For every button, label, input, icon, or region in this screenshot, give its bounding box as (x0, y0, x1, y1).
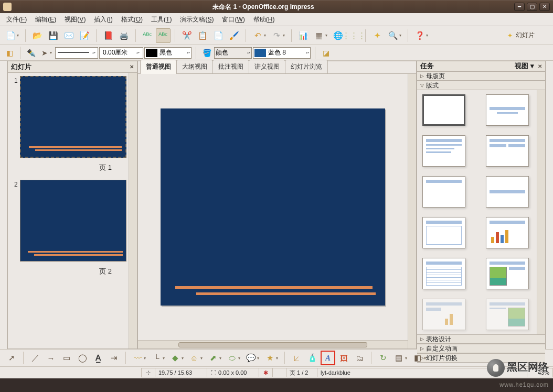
slide-thumb-1[interactable] (20, 76, 126, 158)
slides-panel-close[interactable]: ✕ (130, 64, 134, 70)
menu-window[interactable]: 窗口(W) (218, 14, 249, 26)
layout-chart-text[interactable] (422, 299, 465, 330)
status-zoom[interactable]: 43% (527, 368, 553, 377)
from-file-tool[interactable]: 🖼 (336, 351, 351, 365)
points-tool[interactable]: ⟀ (289, 351, 304, 365)
vertical-scrollbar[interactable] (408, 74, 416, 349)
chart-button[interactable]: 📊 (296, 28, 311, 43)
slides-list[interactable]: 1 页 1 2 页 2 (8, 73, 129, 349)
slide-canvas[interactable] (138, 74, 408, 340)
layout-clip[interactable] (486, 258, 529, 289)
redo-button[interactable]: ↷ (269, 28, 284, 43)
line-color-select[interactable]: 黑色 ▴▾ (144, 47, 192, 59)
menu-help[interactable]: 帮助(H) (249, 14, 279, 26)
arrange-tool2[interactable]: ◧ (410, 351, 425, 365)
print-button[interactable]: 🖨️ (116, 28, 131, 43)
layout-object[interactable] (422, 217, 465, 248)
menu-insert[interactable]: 插入(I) (90, 14, 116, 26)
section-master[interactable]: ▷母版页 (417, 71, 545, 81)
view-tab-notes[interactable]: 批注视图 (212, 60, 249, 73)
menu-edit[interactable]: 编辑(E) (31, 14, 60, 26)
slide-current[interactable] (161, 108, 385, 306)
status-master[interactable]: lyt-darkblue (317, 368, 527, 377)
new-doc-button[interactable]: 📄 (3, 28, 18, 43)
horizontal-scrollbar[interactable] (138, 340, 408, 349)
rectangle-tool[interactable]: ▭ (59, 351, 74, 365)
export-html-button[interactable]: 📝 (77, 28, 92, 43)
arrow-style-button[interactable]: ➤ (38, 47, 51, 59)
copy-button[interactable]: 📋 (195, 28, 210, 43)
close-button[interactable]: ✕ (539, 3, 550, 11)
menu-slideshow[interactable]: 演示文稿(S) (176, 14, 218, 26)
gallery-tool[interactable]: 🗂 (352, 351, 367, 365)
effects-button[interactable]: ✦ (370, 28, 385, 43)
callout-tool[interactable]: 💬 (243, 351, 258, 365)
minimize-button[interactable]: ━ (514, 3, 525, 11)
open-button[interactable]: 📂 (30, 28, 45, 43)
view-tab-sorter[interactable]: 幻灯片浏览 (285, 60, 328, 73)
task-view-dropdown[interactable]: 视图 ▾ (515, 62, 534, 70)
vtext-tool[interactable]: ⇥ (107, 351, 121, 365)
task-panel-close[interactable]: ✕ (538, 63, 542, 69)
text-tool[interactable]: A̲ (91, 351, 105, 365)
flowchart-tool[interactable]: ⬭ (225, 351, 239, 365)
slide-entry-2[interactable]: 2 (14, 180, 126, 262)
section-table-design[interactable]: ▷表格设计 (417, 334, 545, 344)
stars-tool[interactable]: ★ (262, 351, 277, 365)
menu-file[interactable]: 文件(F) (2, 14, 31, 26)
align-tool[interactable]: ▤ (391, 351, 406, 365)
layout-blank[interactable] (422, 94, 465, 126)
layouts-scrollbar[interactable] (537, 90, 545, 334)
arrange-button[interactable]: ◧ (3, 47, 16, 59)
line-tool[interactable]: ／ (28, 351, 42, 365)
layout-title-content[interactable] (422, 135, 465, 167)
menu-format[interactable]: 格式(O) (117, 14, 147, 26)
fontwork-tool[interactable]: A (321, 351, 335, 365)
glue-tool[interactable]: 🧴 (305, 351, 320, 365)
layout-two-content[interactable] (486, 135, 529, 167)
status-signature[interactable] (272, 368, 286, 377)
autospell-button[interactable]: ᴬᴮᶜ (156, 28, 171, 43)
status-modified[interactable]: ✱ (259, 368, 273, 377)
maximize-button[interactable]: ▢ (527, 3, 537, 11)
undo-button[interactable]: ↶ (250, 28, 265, 43)
view-tab-normal[interactable]: 普通视图 (140, 60, 177, 74)
slide-show-button[interactable]: ✦ 幻灯片 (504, 30, 550, 41)
block-arrows-tool[interactable]: ⬈ (206, 351, 220, 365)
layout-centered[interactable] (486, 176, 529, 208)
fill-button[interactable]: 🪣 (200, 47, 213, 59)
mail-button[interactable]: ✉️ (61, 28, 76, 43)
section-transition[interactable]: ▷幻灯片切换 (417, 353, 545, 363)
layout-text-clip[interactable] (486, 299, 529, 330)
connector-tool[interactable]: └ (149, 351, 164, 365)
arrow-tool[interactable]: ➚ (4, 351, 19, 365)
line-width-input[interactable]: 0.00厘米▴▾ (99, 47, 143, 59)
slide-thumb-2[interactable] (20, 180, 126, 262)
zoom-button[interactable]: 🔍 (386, 28, 400, 43)
section-layout[interactable]: ▽版式 (417, 81, 545, 90)
slides-scrollbar[interactable] (129, 73, 137, 349)
view-tab-handout[interactable]: 讲义视图 (249, 60, 285, 73)
view-tab-outline[interactable]: 大纲视图 (176, 60, 213, 73)
fill-type-select[interactable]: 颜色 ▴▾ (214, 47, 252, 59)
layout-table[interactable] (422, 258, 465, 289)
curve-tool[interactable]: 〰 (130, 351, 145, 365)
slide-entry-1[interactable]: 1 (14, 76, 126, 158)
export-pdf-button[interactable]: 📕 (101, 28, 115, 43)
format-paint-button[interactable]: 🖌️ (227, 28, 241, 43)
rotate-tool[interactable]: ↻ (376, 351, 390, 365)
shadow-button[interactable]: ◪ (320, 47, 332, 59)
save-button[interactable]: 💾 (46, 28, 60, 43)
symbol-shapes-tool[interactable]: ☺ (187, 351, 201, 365)
layout-chart[interactable] (486, 217, 529, 248)
layout-title[interactable] (486, 94, 529, 126)
menu-tools[interactable]: 工具(T) (147, 14, 176, 26)
fill-color-select[interactable]: 蓝色 8 ▴▾ (253, 47, 311, 59)
arrow-end-tool[interactable]: → (44, 351, 58, 365)
grid-button[interactable]: ⋮⋮⋮ (346, 28, 361, 43)
layout-title-only[interactable] (422, 176, 465, 208)
help-button[interactable]: ❓ (412, 28, 427, 43)
line-style-button[interactable]: ✒️ (25, 47, 37, 59)
paste-button[interactable]: 📄 (211, 28, 226, 43)
section-custom-anim[interactable]: ▷自定义动画 (417, 344, 545, 353)
